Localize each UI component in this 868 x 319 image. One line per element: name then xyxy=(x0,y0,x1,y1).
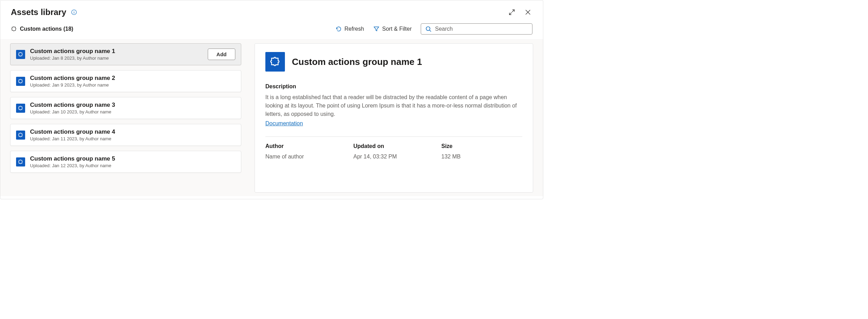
panel-header: Assets library xyxy=(0,0,543,20)
description-label: Description xyxy=(265,83,522,90)
puzzle-icon xyxy=(16,50,25,59)
search-icon xyxy=(425,26,432,32)
list-column[interactable]: Custom actions group name 1Uploaded: Jan… xyxy=(5,40,246,196)
list-item-subtitle: Uploaded: Jan 11 2023, by Author name xyxy=(30,136,235,141)
size-value: 132 MB xyxy=(441,154,522,160)
list-item-title: Custom actions group name 3 xyxy=(30,102,235,109)
list-item-title: Custom actions group name 5 xyxy=(30,155,235,162)
svg-line-8 xyxy=(429,30,431,31)
toolbar-right: Refresh Sort & Filter xyxy=(336,23,533,35)
svg-line-4 xyxy=(509,13,512,15)
toolbar: Custom actions (18) Refresh Sort & Filte… xyxy=(0,20,543,39)
size-label: Size xyxy=(441,143,522,149)
sort-filter-button[interactable]: Sort & Filter xyxy=(373,26,412,32)
toolbar-left: Custom actions (18) xyxy=(11,26,73,32)
updated-value: Apr 14, 03:32 PM xyxy=(353,154,434,160)
refresh-button[interactable]: Refresh xyxy=(336,26,364,32)
search-box[interactable] xyxy=(421,23,532,35)
list-item[interactable]: Custom actions group name 4Uploaded: Jan… xyxy=(10,124,241,146)
list-item[interactable]: Custom actions group name 1Uploaded: Jan… xyxy=(10,43,241,65)
puzzle-icon xyxy=(16,157,25,166)
puzzle-icon xyxy=(265,52,285,72)
expand-icon[interactable] xyxy=(507,8,516,17)
list-item-subtitle: Uploaded: Jan 8 2023, by Author name xyxy=(30,55,203,61)
puzzle-icon xyxy=(16,104,25,113)
sort-filter-label: Sort & Filter xyxy=(382,26,412,32)
header-controls xyxy=(507,8,532,17)
list-item-text: Custom actions group name 3Uploaded: Jan… xyxy=(30,102,235,114)
detail-header: Custom actions group name 1 xyxy=(265,52,522,72)
list-item[interactable]: Custom actions group name 2Uploaded: Jan… xyxy=(10,70,241,92)
list-item-title: Custom actions group name 1 xyxy=(30,48,203,55)
list-item[interactable]: Custom actions group name 5Uploaded: Jan… xyxy=(10,151,241,173)
add-button[interactable]: Add xyxy=(208,49,235,60)
author-value: Name of author xyxy=(265,154,346,160)
list-item-text: Custom actions group name 5Uploaded: Jan… xyxy=(30,155,235,168)
puzzle-icon xyxy=(16,131,25,140)
svg-line-3 xyxy=(512,10,514,12)
list-item-subtitle: Uploaded: Jan 9 2023, by Author name xyxy=(30,82,235,88)
puzzle-icon xyxy=(16,77,25,86)
list-item-text: Custom actions group name 4Uploaded: Jan… xyxy=(30,128,235,141)
detail-column: Custom actions group name 1 Description … xyxy=(255,43,533,193)
meta-grid: Author Updated on Size Name of author Ap… xyxy=(265,143,522,160)
divider xyxy=(265,136,522,137)
assets-library-panel: Assets library xyxy=(0,0,543,199)
detail-title: Custom actions group name 1 xyxy=(292,57,422,67)
list-item[interactable]: Custom actions group name 3Uploaded: Jan… xyxy=(10,97,241,119)
section-title: Custom actions (18) xyxy=(20,26,73,32)
puzzle-icon xyxy=(11,26,17,32)
updated-label: Updated on xyxy=(353,143,434,149)
documentation-link[interactable]: Documentation xyxy=(265,120,303,126)
list-item-subtitle: Uploaded: Jan 12 2023, by Author name xyxy=(30,163,235,168)
content-area: Custom actions group name 1Uploaded: Jan… xyxy=(0,39,543,196)
close-icon[interactable] xyxy=(523,8,532,17)
list-item-subtitle: Uploaded: Jan 10 2023, by Author name xyxy=(30,109,235,114)
list-item-title: Custom actions group name 2 xyxy=(30,75,235,82)
page-title: Assets library xyxy=(11,7,66,17)
svg-point-2 xyxy=(74,11,74,11)
search-input[interactable] xyxy=(435,26,528,32)
author-label: Author xyxy=(265,143,346,149)
title-group: Assets library xyxy=(11,7,77,17)
refresh-label: Refresh xyxy=(345,26,364,32)
list-item-text: Custom actions group name 2Uploaded: Jan… xyxy=(30,75,235,88)
description-text: It is a long established fact that a rea… xyxy=(265,93,522,118)
list-item-text: Custom actions group name 1Uploaded: Jan… xyxy=(30,48,203,61)
list-item-title: Custom actions group name 4 xyxy=(30,128,235,135)
info-icon[interactable] xyxy=(71,9,77,15)
